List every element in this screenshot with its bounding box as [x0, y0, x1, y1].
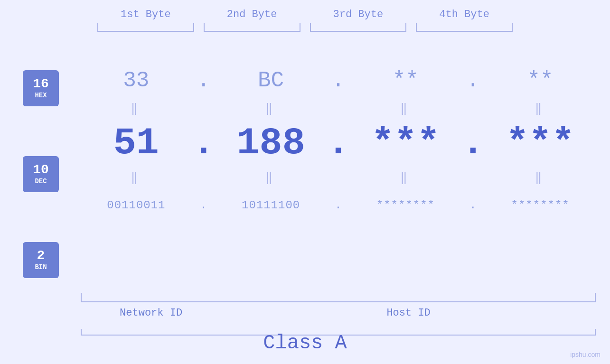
brackets-row: [0, 20, 610, 32]
dec-b4: ***: [485, 121, 596, 165]
eq2-b3: ‖: [350, 171, 461, 185]
base-labels: 16 HEX 10 DEC 2 BIN: [23, 70, 59, 278]
dec-dot1: .: [192, 121, 216, 165]
dec-b3: ***: [350, 121, 461, 165]
watermark: ipshu.com: [570, 351, 601, 358]
main-container: 1st Byte 2nd Byte 3rd Byte 4th Byte 16 H…: [0, 0, 610, 364]
bin-b4: ********: [485, 199, 596, 212]
bin-b2: 10111100: [216, 199, 327, 212]
byte4-bracket: [416, 23, 513, 32]
hex-b3: **: [350, 68, 461, 93]
eq1-b4: ‖: [485, 102, 596, 115]
bin-label: BIN: [35, 263, 47, 271]
host-id-label: Host ID: [221, 307, 596, 319]
network-id-label: Network ID: [81, 307, 221, 319]
bin-number: 2: [37, 249, 45, 262]
dec-badge: 10 DEC: [23, 156, 59, 192]
hex-b4: **: [485, 68, 596, 93]
dec-dot2: .: [327, 121, 350, 165]
hex-dot2: .: [327, 68, 350, 93]
dec-number: 10: [33, 163, 49, 177]
byte3-header: 3rd Byte: [305, 9, 412, 20]
hex-dot1: .: [192, 68, 216, 93]
host-bracket: [221, 293, 596, 302]
bin-row: 00110011 . 10111100 . ******** . *******…: [81, 186, 596, 224]
bin-badge: 2 BIN: [23, 242, 59, 278]
id-brackets: [81, 293, 596, 302]
equals-row-1: ‖ ‖ ‖ ‖: [81, 100, 596, 117]
byte1-header: 1st Byte: [93, 9, 199, 20]
bin-b3: ********: [350, 199, 461, 212]
byte2-bracket: [204, 23, 300, 32]
byte2-header: 2nd Byte: [199, 9, 305, 20]
hex-b1: 33: [81, 68, 192, 93]
eq2-b1: ‖: [81, 171, 192, 185]
byte3-bracket: [310, 23, 407, 32]
dec-label: DEC: [35, 177, 47, 185]
hex-badge: 16 HEX: [23, 70, 59, 106]
eq1-b2: ‖: [216, 102, 327, 115]
dec-b2: 188: [216, 121, 327, 165]
class-label: Class A: [0, 332, 610, 355]
hex-dot3: .: [461, 68, 485, 93]
bin-dot1: .: [192, 199, 216, 212]
byte1-bracket: [97, 23, 194, 32]
id-labels: Network ID Host ID: [81, 307, 596, 319]
eq1-b1: ‖: [81, 102, 192, 115]
bin-dot2: .: [327, 199, 350, 212]
hex-row: 33 . BC . ** . **: [81, 62, 596, 100]
byte-headers: 1st Byte 2nd Byte 3rd Byte 4th Byte: [0, 0, 610, 20]
main-grid: 33 . BC . ** . ** ‖ ‖: [81, 62, 596, 224]
dec-b1: 51: [81, 121, 192, 165]
hex-b2: BC: [216, 68, 327, 93]
eq2-b4: ‖: [485, 171, 596, 185]
eq2-b2: ‖: [216, 171, 327, 185]
bin-b1: 00110011: [81, 199, 192, 212]
byte4-header: 4th Byte: [411, 9, 517, 20]
network-bracket: [81, 293, 221, 302]
dec-dot3: .: [461, 121, 485, 165]
bin-dot3: .: [461, 199, 485, 212]
eq1-b3: ‖: [350, 102, 461, 115]
hex-label: HEX: [35, 92, 47, 99]
equals-row-2: ‖ ‖ ‖ ‖: [81, 169, 596, 186]
dec-row: 51 . 188 . *** . ***: [81, 117, 596, 169]
bottom-section: Network ID Host ID: [81, 293, 596, 319]
hex-number: 16: [33, 77, 49, 91]
